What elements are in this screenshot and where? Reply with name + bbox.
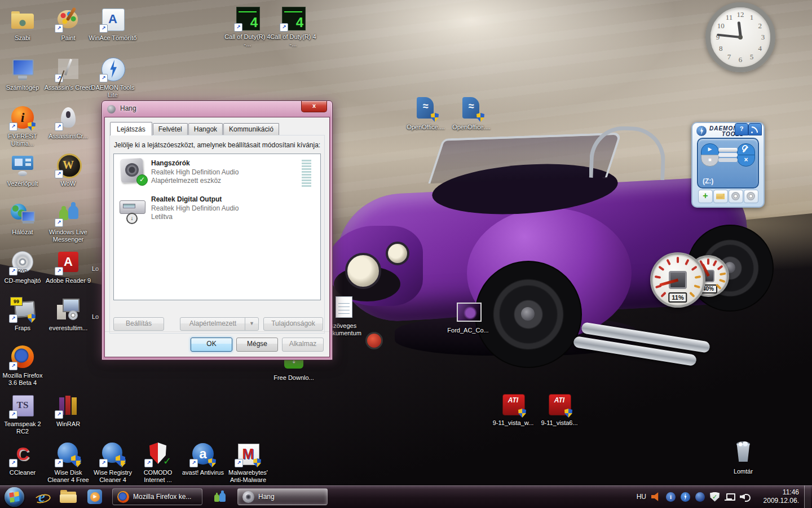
daemon-add-image-button[interactable]: + [698,190,713,203]
taskbar-task-hang[interactable]: Hang [237,488,328,505]
desktop-icon-label: Adobe Reader 9 [44,277,92,284]
tab-felvetel[interactable]: Felvétel [153,123,188,135]
desktop-icon-assassin-sword-4[interactable]: ↗Assassin's Creed [44,55,92,91]
desktop-icon-assassin-figure-7[interactable]: ↗AssassinsCr... [44,104,92,140]
desktop-icon-recycle-34[interactable]: Lomtár [719,439,767,475]
desktop-icon-control-panel-8[interactable]: Vezérlőpult [0,151,47,187]
desktop-icon-ati-33[interactable]: ATI9-11_vista6... [535,391,584,427]
desktop-icon-daemon-5[interactable]: ↗DAEMON Tools Lite [89,55,137,99]
dialog-footer: OK Mégse Alkalmaz [105,331,329,357]
desktop-icon-computer-3[interactable]: Számítógép [0,55,47,91]
desktop-icon-folder-user-0[interactable]: Szabi [0,6,47,42]
dropdown-arrow-icon[interactable]: ▼ [245,318,258,330]
desktop-icon-openoffice-28[interactable]: ≈OpenOffice.... [447,95,496,131]
desktop-icon-comodo-22[interactable]: ✓↗COMODO Internet ... [134,440,182,484]
tab-hangok[interactable]: Hangok [188,123,223,135]
language-indicator[interactable]: HU [637,493,646,501]
tray-clock[interactable]: 11:46 2009.12.06. [755,488,799,505]
desktop-icon-network-10[interactable]: Hálózat [0,200,47,236]
desktop-icon-paint-1[interactable]: ↗Paint [44,6,92,42]
apply-button[interactable]: Alkalmaz [282,338,324,352]
device-row-digital-output[interactable]: ↓ Realtek Digital Output Realtek High De… [115,194,319,229]
cpu-meter-gadget[interactable]: 11% [650,252,705,308]
daemon-tools-gadget[interactable]: DAEMON TOOLS ? ▶ ■ × (Z:) + [691,122,765,208]
tray-info-icon[interactable]: i [666,492,676,502]
taskbar-internet-explorer-icon[interactable]: e [33,488,51,506]
openoffice-icon: ≈ [458,95,485,122]
desktop-icon-dvd-12[interactable]: DVD↗CD-meghajtó [0,248,47,284]
properties-button[interactable]: Tulajdonságok [263,317,323,331]
clock-numeral: 10 [717,21,725,30]
taskbar-explorer-icon[interactable] [59,488,77,506]
tray-network-icon[interactable] [725,492,735,502]
tray-daemon-tools-icon[interactable] [681,492,690,502]
desktop-icon-avast-23[interactable]: a↗avast! Antivirus [179,440,227,476]
dialog-titlebar[interactable]: Hang x [102,101,332,117]
tab-lejatszas[interactable]: Lejátszás [110,122,152,135]
desktop-icon-label: 9-11_vista6... [535,419,584,427]
close-button[interactable]: x [301,101,327,112]
clock-gadget[interactable]: 123456789101112 [705,2,775,72]
show-desktop-button[interactable] [804,485,811,508]
ok-button[interactable]: OK [191,338,232,352]
desktop-icon-label: EVEREST Ultima... [0,133,47,147]
tray-volume-icon[interactable] [740,492,750,502]
desktop-icon-label: Windows Live Messenger [44,229,92,243]
daemon-help-button[interactable]: ? [735,123,748,135]
desktop-icon-everest-6[interactable]: i↗EVEREST Ultima... [0,104,47,147]
desktop-icon-messenger-11[interactable]: ↗Windows Live Messenger [44,200,92,243]
desktop-icon-mbam-24[interactable]: M↗Malwarebytes' Anti-Malware [224,440,272,484]
shortcut-arrow-badge: ↗ [55,170,63,178]
tab-kommunikacio[interactable]: Kommunikáció [223,123,279,135]
mbam-icon: M↗ [235,440,262,467]
task-label: Hang [258,493,275,501]
desktop-icon-openoffice-27[interactable]: ≈OpenOffice.... [401,95,450,131]
desktop-icon-ati-32[interactable]: ATI9-11_vista_w... [489,391,537,427]
desktop-icon-firefox-16[interactable]: ↗Mozilla Firefox 3.6 Beta 4 [0,343,47,387]
desktop-icon-imgthumb-30[interactable]: Ford_AC_Co... [444,298,492,334]
daemon-settings-button[interactable] [737,143,755,155]
daemon-unmount-button[interactable]: ■ [701,155,719,167]
tray-audio-manager-icon[interactable] [651,492,661,502]
shortcut-arrow-badge: ↗ [144,459,153,467]
tray-application-icon[interactable] [695,492,705,502]
desktop-icon-cod4-26[interactable]: 4↗Call of Duty(R) 4 -... [269,5,317,48]
desktop-icon-fraps-14[interactable]: 99↗Fraps [0,296,47,332]
device-status: Alapértelmezett eszköz [151,177,221,185]
desktop-icon-cod4-25[interactable]: 4↗Call of Duty(R) 4 -... [223,5,272,48]
daemon-open-button[interactable] [713,190,728,203]
daemon-mount-button[interactable]: ▶ [701,143,719,155]
device-row-speakers[interactable]: ✓ Hangszórók Realtek High Definition Aud… [115,157,319,192]
desktop-icon-ccleaner-19[interactable]: C↗CCleaner [0,440,47,476]
desktop-icon-winace-2[interactable]: A↗WinAce Tömörítő [89,6,137,42]
shortcut-arrow-badge: ↗ [189,459,198,467]
desktop-icon-winrar-18[interactable]: ↗WinRAR [44,392,92,428]
start-button[interactable] [5,487,24,507]
taskbar-task-firefox[interactable]: Mozilla Firefox ke... [112,488,202,505]
taskbar-messenger-icon[interactable] [211,488,229,506]
configure-button[interactable]: Beállítás [113,317,164,331]
playback-device-list[interactable]: ✓ Hangszórók Realtek High Definition Aud… [113,154,321,300]
desktop-icon-label: Fraps [0,325,47,332]
cancel-button[interactable]: Mégse [236,338,278,352]
set-default-button[interactable]: Alapértelmezett ▼ [180,317,259,331]
taskbar-media-player-icon[interactable]: ▶ [86,488,104,506]
daemon-disc-button[interactable] [729,190,743,203]
desktop-icon-wise-20[interactable]: ↗Wise Disk Cleaner 4 Free [44,440,92,484]
desktop-icon-wise-21[interactable]: ↗Wise Registry Cleaner 4 [89,440,137,484]
tray-time: 11:46 [755,488,799,497]
daemon-rss-button[interactable] [748,123,762,135]
daemon-close-button[interactable]: × [737,155,755,167]
volume-meter [302,160,311,187]
clock-numeral: 6 [736,55,744,64]
desktop-icon-teamspeak-17[interactable]: TS↗Teamspeak 2 RC2 [0,392,47,435]
desktop-icon-adobe-13[interactable]: A↗Adobe Reader 9 [44,248,92,284]
device-name: Hangszórók [151,159,190,167]
desktop-icon-wow-9[interactable]: W↗WoW [44,151,92,187]
drive-letter-label: (Z:) [703,177,713,185]
daemon-burn-button[interactable] [744,190,758,203]
desktop: Szabi↗PaintA↗WinAce TömörítőSzámítógép↗A… [0,0,812,508]
desktop-icon-installer-15[interactable]: everestultim... [44,296,92,332]
ati-icon: ATI [546,391,573,418]
tray-security-shield-icon[interactable]: ✓ [710,492,720,502]
